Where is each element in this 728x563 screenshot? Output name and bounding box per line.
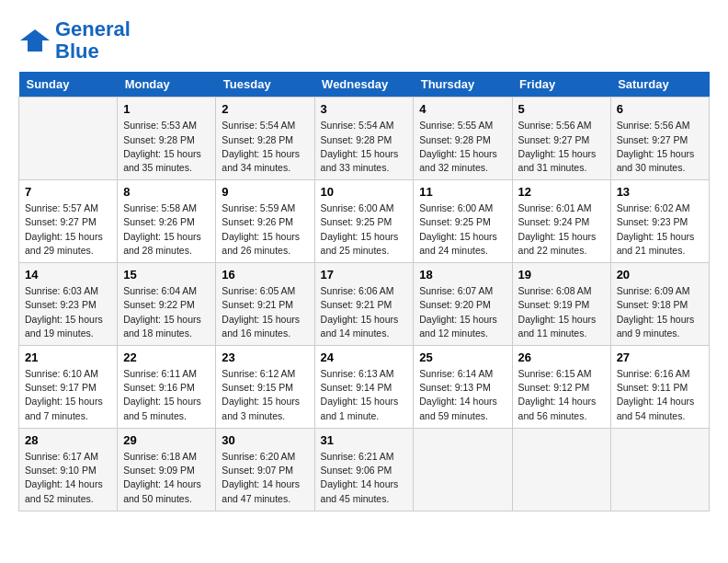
day-number: 30 [222, 433, 308, 447]
calendar-cell: 11Sunrise: 6:00 AM Sunset: 9:25 PM Dayli… [414, 180, 512, 263]
calendar-cell: 18Sunrise: 6:07 AM Sunset: 9:20 PM Dayli… [414, 263, 512, 346]
day-number: 16 [222, 268, 308, 282]
column-header-sunday: Sunday [19, 72, 118, 98]
day-number: 21 [25, 350, 111, 364]
calendar-table: SundayMondayTuesdayWednesdayThursdayFrid… [18, 72, 710, 511]
week-row-4: 21Sunrise: 6:10 AM Sunset: 9:17 PM Dayli… [19, 346, 710, 429]
day-content: Sunrise: 6:21 AM Sunset: 9:06 PM Dayligh… [321, 450, 408, 506]
day-number: 24 [321, 350, 408, 364]
day-content: Sunrise: 6:18 AM Sunset: 9:09 PM Dayligh… [123, 450, 210, 506]
day-content: Sunrise: 5:54 AM Sunset: 9:28 PM Dayligh… [222, 119, 308, 175]
day-content: Sunrise: 6:06 AM Sunset: 9:21 PM Dayligh… [321, 284, 408, 340]
day-content: Sunrise: 6:16 AM Sunset: 9:11 PM Dayligh… [617, 367, 703, 423]
calendar-cell: 28Sunrise: 6:17 AM Sunset: 9:10 PM Dayli… [19, 428, 118, 511]
day-content: Sunrise: 6:05 AM Sunset: 9:21 PM Dayligh… [222, 284, 308, 340]
calendar-cell: 30Sunrise: 6:20 AM Sunset: 9:07 PM Dayli… [216, 428, 314, 511]
calendar-cell: 25Sunrise: 6:14 AM Sunset: 9:13 PM Dayli… [414, 346, 512, 429]
day-number: 6 [617, 102, 703, 116]
day-number: 1 [123, 102, 210, 116]
day-content: Sunrise: 6:09 AM Sunset: 9:18 PM Dayligh… [617, 284, 703, 340]
day-number: 23 [222, 350, 308, 364]
day-number: 2 [222, 102, 308, 116]
day-content: Sunrise: 6:07 AM Sunset: 9:20 PM Dayligh… [419, 284, 506, 340]
column-header-saturday: Saturday [610, 72, 709, 98]
day-content: Sunrise: 5:56 AM Sunset: 9:27 PM Dayligh… [617, 119, 703, 175]
calendar-cell [19, 98, 118, 180]
day-content: Sunrise: 6:00 AM Sunset: 9:25 PM Dayligh… [419, 201, 506, 258]
calendar-cell: 26Sunrise: 6:15 AM Sunset: 9:12 PM Dayli… [512, 346, 610, 429]
day-content: Sunrise: 6:02 AM Sunset: 9:23 PM Dayligh… [617, 201, 703, 258]
day-number: 20 [617, 268, 703, 282]
day-content: Sunrise: 6:17 AM Sunset: 9:10 PM Dayligh… [25, 450, 111, 506]
calendar-cell: 29Sunrise: 6:18 AM Sunset: 9:09 PM Dayli… [118, 428, 216, 511]
day-content: Sunrise: 6:15 AM Sunset: 9:12 PM Dayligh… [518, 367, 605, 423]
page-header: GeneralBlue [18, 18, 710, 63]
day-number: 18 [419, 268, 506, 282]
calendar-cell: 19Sunrise: 6:08 AM Sunset: 9:19 PM Dayli… [512, 263, 610, 346]
day-number: 28 [25, 433, 111, 447]
logo: GeneralBlue [18, 18, 131, 63]
calendar-cell: 7Sunrise: 5:57 AM Sunset: 9:27 PM Daylig… [19, 180, 118, 263]
calendar-cell: 23Sunrise: 6:12 AM Sunset: 9:15 PM Dayli… [216, 346, 314, 429]
day-number: 5 [518, 102, 605, 116]
calendar-cell: 24Sunrise: 6:13 AM Sunset: 9:14 PM Dayli… [314, 346, 414, 429]
day-content: Sunrise: 6:01 AM Sunset: 9:24 PM Dayligh… [518, 201, 605, 258]
calendar-cell: 5Sunrise: 5:56 AM Sunset: 9:27 PM Daylig… [512, 98, 610, 180]
day-number: 15 [123, 268, 210, 282]
calendar-cell: 17Sunrise: 6:06 AM Sunset: 9:21 PM Dayli… [314, 263, 414, 346]
day-content: Sunrise: 5:54 AM Sunset: 9:28 PM Dayligh… [321, 119, 408, 175]
day-content: Sunrise: 6:11 AM Sunset: 9:16 PM Dayligh… [123, 367, 210, 423]
day-content: Sunrise: 5:56 AM Sunset: 9:27 PM Dayligh… [518, 119, 605, 175]
column-header-tuesday: Tuesday [216, 72, 314, 98]
day-content: Sunrise: 6:08 AM Sunset: 9:19 PM Dayligh… [518, 284, 605, 340]
day-number: 26 [518, 350, 605, 364]
day-content: Sunrise: 6:14 AM Sunset: 9:13 PM Dayligh… [419, 367, 506, 423]
day-content: Sunrise: 5:59 AM Sunset: 9:26 PM Dayligh… [222, 201, 308, 258]
calendar-cell: 2Sunrise: 5:54 AM Sunset: 9:28 PM Daylig… [216, 98, 314, 180]
day-number: 11 [419, 185, 506, 199]
column-header-friday: Friday [512, 72, 610, 98]
svg-marker-0 [20, 29, 50, 52]
calendar-cell: 9Sunrise: 5:59 AM Sunset: 9:26 PM Daylig… [216, 180, 314, 263]
day-number: 17 [321, 268, 408, 282]
logo-icon [18, 28, 51, 53]
day-number: 19 [518, 268, 605, 282]
calendar-header-row: SundayMondayTuesdayWednesdayThursdayFrid… [19, 72, 710, 98]
column-header-monday: Monday [118, 72, 216, 98]
day-content: Sunrise: 6:12 AM Sunset: 9:15 PM Dayligh… [222, 367, 308, 423]
day-number: 4 [419, 102, 506, 116]
day-number: 3 [321, 102, 408, 116]
column-header-wednesday: Wednesday [314, 72, 414, 98]
calendar-cell: 3Sunrise: 5:54 AM Sunset: 9:28 PM Daylig… [314, 98, 414, 180]
week-row-3: 14Sunrise: 6:03 AM Sunset: 9:23 PM Dayli… [19, 263, 710, 346]
day-number: 9 [222, 185, 308, 199]
calendar-cell: 4Sunrise: 5:55 AM Sunset: 9:28 PM Daylig… [414, 98, 512, 180]
day-content: Sunrise: 6:10 AM Sunset: 9:17 PM Dayligh… [25, 367, 111, 423]
day-content: Sunrise: 5:55 AM Sunset: 9:28 PM Dayligh… [419, 119, 506, 175]
calendar-cell [610, 428, 709, 511]
day-content: Sunrise: 6:03 AM Sunset: 9:23 PM Dayligh… [25, 284, 111, 340]
column-header-thursday: Thursday [414, 72, 512, 98]
day-content: Sunrise: 5:58 AM Sunset: 9:26 PM Dayligh… [123, 201, 210, 258]
week-row-1: 1Sunrise: 5:53 AM Sunset: 9:28 PM Daylig… [19, 98, 710, 180]
day-content: Sunrise: 5:57 AM Sunset: 9:27 PM Dayligh… [25, 201, 111, 258]
calendar-cell: 22Sunrise: 6:11 AM Sunset: 9:16 PM Dayli… [118, 346, 216, 429]
day-number: 25 [419, 350, 506, 364]
calendar-cell: 27Sunrise: 6:16 AM Sunset: 9:11 PM Dayli… [610, 346, 709, 429]
day-number: 14 [25, 268, 111, 282]
week-row-5: 28Sunrise: 6:17 AM Sunset: 9:10 PM Dayli… [19, 428, 710, 511]
calendar-cell: 6Sunrise: 5:56 AM Sunset: 9:27 PM Daylig… [610, 98, 709, 180]
day-content: Sunrise: 6:20 AM Sunset: 9:07 PM Dayligh… [222, 450, 308, 506]
calendar-cell: 20Sunrise: 6:09 AM Sunset: 9:18 PM Dayli… [610, 263, 709, 346]
day-content: Sunrise: 6:04 AM Sunset: 9:22 PM Dayligh… [123, 284, 210, 340]
calendar-cell [414, 428, 512, 511]
day-number: 13 [617, 185, 703, 199]
day-number: 7 [25, 185, 111, 199]
calendar-cell: 15Sunrise: 6:04 AM Sunset: 9:22 PM Dayli… [118, 263, 216, 346]
day-number: 8 [123, 185, 210, 199]
calendar-cell: 31Sunrise: 6:21 AM Sunset: 9:06 PM Dayli… [314, 428, 414, 511]
day-number: 29 [123, 433, 210, 447]
calendar-cell: 10Sunrise: 6:00 AM Sunset: 9:25 PM Dayli… [314, 180, 414, 263]
day-number: 27 [617, 350, 703, 364]
logo-text: GeneralBlue [55, 18, 131, 63]
